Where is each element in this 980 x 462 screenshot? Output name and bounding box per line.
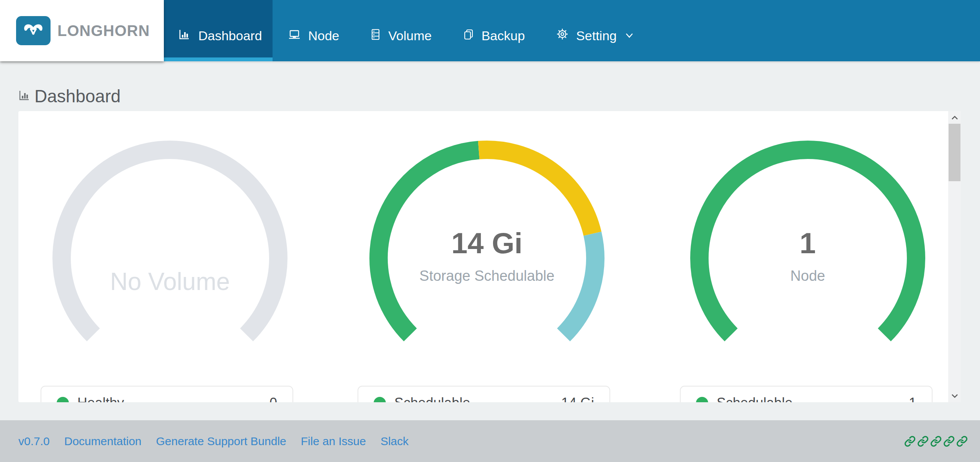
- node-icon: [288, 28, 301, 43]
- storage-legend-card: Schedulable 14 Gi: [358, 386, 610, 402]
- volume-legend-card: Healthy 0: [41, 386, 293, 402]
- chain-link-icon[interactable]: [917, 434, 929, 448]
- storage-gauge-label: Storage Schedulable: [368, 267, 606, 285]
- footer-bar: v0.7.0 Documentation Generate Support Bu…: [0, 420, 980, 462]
- legend-value: 14 Gi: [561, 395, 594, 402]
- footer-version-link[interactable]: v0.7.0: [18, 435, 50, 448]
- backup-icon: [463, 28, 474, 43]
- dashboard-title-icon: [18, 90, 30, 103]
- nav-item-label: Dashboard: [198, 28, 262, 43]
- footer-link-slack[interactable]: Slack: [381, 435, 408, 448]
- footer-link-documentation[interactable]: Documentation: [64, 435, 142, 448]
- nav-item-label: Node: [308, 28, 339, 43]
- legend-label: Healthy: [77, 395, 124, 402]
- longhorn-bull-icon: [16, 16, 51, 45]
- volume-gauge-arc: [51, 139, 289, 377]
- nav-item-label: Volume: [388, 28, 431, 43]
- gear-icon: [556, 28, 568, 43]
- chain-link-icon[interactable]: [930, 434, 942, 448]
- green-dot-icon: [374, 397, 386, 402]
- scrollbar-track[interactable]: [948, 111, 961, 402]
- nav-item-label: Setting: [576, 28, 617, 43]
- volume-gauge-empty-text: No Volume: [51, 268, 289, 295]
- footer-links: v0.7.0 Documentation Generate Support Bu…: [0, 435, 408, 448]
- storage-legend-row-schedulable[interactable]: Schedulable 14 Gi: [358, 387, 609, 402]
- node-legend-row-schedulable[interactable]: Schedulable 1: [681, 387, 932, 402]
- top-navbar: Dashboard Node: [0, 0, 980, 61]
- page-header: Dashboard: [18, 83, 121, 110]
- node-gauge-label: Node: [689, 267, 926, 285]
- dashboard-panel: No Volume 14 Gi Storage Schedulable 1 No…: [18, 111, 961, 402]
- nav-item-node[interactable]: Node: [288, 28, 339, 43]
- nav-item-volume[interactable]: Volume: [371, 28, 431, 43]
- nav-rest: Node Volume: [288, 28, 634, 43]
- volume-legend-row-healthy[interactable]: Healthy 0: [41, 387, 292, 402]
- nav-menu: Dashboard Node: [164, 0, 634, 61]
- scroll-up-button[interactable]: [948, 111, 961, 124]
- app-logo[interactable]: LONGHORN: [0, 0, 164, 61]
- volume-icon: [371, 28, 381, 43]
- storage-gauge-value: 14 Gi: [368, 230, 606, 257]
- footer-link-file-an-issue[interactable]: File an Issue: [301, 435, 366, 448]
- dashboard-icon: [178, 28, 190, 43]
- chain-link-icon[interactable]: [956, 434, 968, 448]
- node-gauge: 1 Node: [689, 139, 926, 377]
- node-gauge-value: 1: [689, 230, 926, 257]
- green-dot-icon: [696, 397, 708, 402]
- scroll-down-button[interactable]: [948, 389, 961, 402]
- nav-item-dashboard[interactable]: Dashboard: [164, 0, 273, 61]
- green-dot-icon: [57, 397, 69, 402]
- active-tab-indicator: [164, 57, 273, 61]
- engine-link-icons: [904, 420, 968, 462]
- logo-wordmark: LONGHORN: [57, 22, 150, 39]
- chevron-down-icon: [625, 33, 634, 38]
- legend-value: 1: [909, 395, 916, 402]
- scrollbar-thumb[interactable]: [949, 124, 960, 181]
- page-title: Dashboard: [34, 86, 121, 106]
- chain-link-icon[interactable]: [943, 434, 955, 448]
- gauge-segment-empty: [62, 150, 278, 335]
- volume-gauge: No Volume: [51, 139, 289, 377]
- storage-gauge: 14 Gi Storage Schedulable: [368, 139, 606, 377]
- legend-value: 0: [270, 395, 277, 402]
- nav-item-setting[interactable]: Setting: [556, 28, 634, 43]
- chain-link-icon[interactable]: [904, 434, 916, 448]
- nav-item-backup[interactable]: Backup: [463, 28, 525, 43]
- legend-label: Schedulable: [717, 395, 792, 402]
- gauge-segment-reserved: [479, 150, 593, 234]
- footer-link-generate-support-bundle[interactable]: Generate Support Bundle: [156, 435, 286, 448]
- nav-item-label: Backup: [482, 28, 525, 43]
- node-legend-card: Schedulable 1: [680, 386, 933, 402]
- legend-label: Schedulable: [394, 395, 470, 402]
